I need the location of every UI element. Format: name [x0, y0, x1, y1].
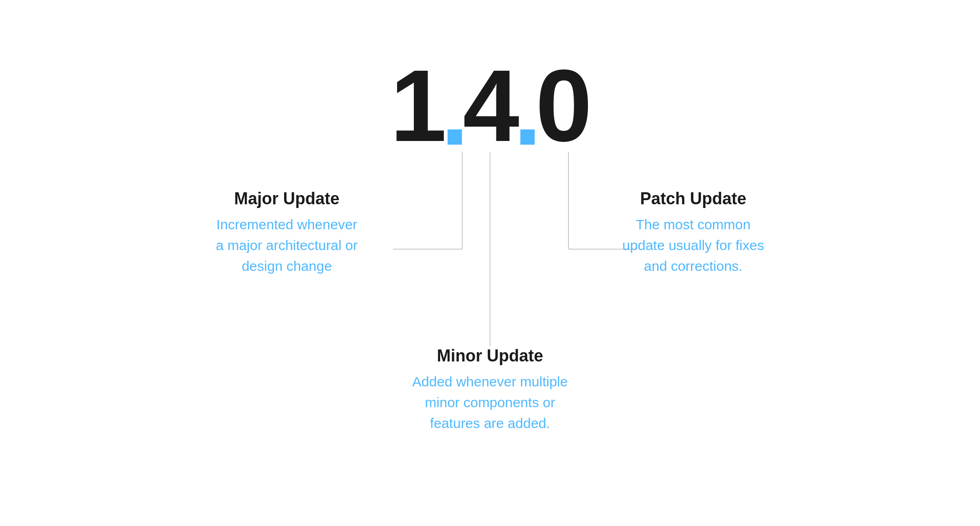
minor-update-title: Minor Update [375, 346, 605, 366]
major-update-description: Incremented whenevera major architectura… [167, 214, 407, 276]
patch-update-title: Patch Update [573, 189, 813, 208]
major-update-box: Major Update Incremented whenevera major… [167, 189, 407, 276]
info-boxes: Major Update Incremented whenevera major… [167, 55, 813, 471]
diagram-container: 1 . 4 . 0 Major Update Incremented whene… [167, 55, 813, 471]
minor-update-description: Added whenever multipleminor components … [375, 371, 605, 434]
patch-update-description: The most commonupdate usually for fixesa… [573, 214, 813, 276]
major-update-title: Major Update [167, 189, 407, 208]
minor-update-box: Minor Update Added whenever multiplemino… [375, 346, 605, 434]
patch-update-box: Patch Update The most commonupdate usual… [573, 189, 813, 276]
